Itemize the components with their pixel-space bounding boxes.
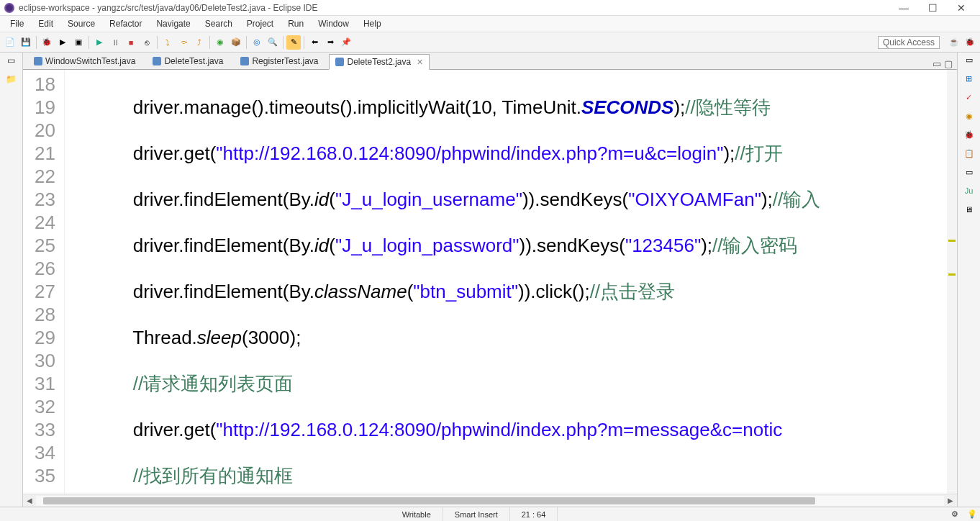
run-button[interactable]: ▶ (55, 35, 70, 50)
disconnect-icon[interactable]: ⎋ (140, 35, 154, 50)
save-button[interactable]: 💾 (19, 35, 33, 50)
status-cursor-position: 21 : 64 (510, 507, 558, 521)
outline-icon[interactable]: ⊞ (962, 74, 976, 87)
terminate-icon[interactable]: ■ (124, 35, 138, 50)
step-into-icon[interactable]: ⤵ (160, 35, 175, 50)
close-button[interactable]: ✕ (947, 2, 976, 14)
scroll-right-icon[interactable]: ▶ (944, 497, 957, 504)
status-bar: Writable Smart Insert 21 : 64 ⚙ 💡 (0, 507, 980, 521)
perspective-java-icon[interactable]: ☕ (947, 35, 961, 50)
horizontal-scrollbar[interactable]: ◀ ▶ (23, 494, 957, 507)
menu-refactor[interactable]: Refactor (102, 17, 149, 31)
status-insert-mode: Smart Insert (443, 507, 510, 521)
maximize-button[interactable]: ☐ (918, 2, 947, 14)
window-title: eclipse-workspace - yangzc/src/test/java… (19, 3, 889, 13)
right-trim: ▭ ⊞ ✓ ◉ 🐞 📋 ▭ Ju 🖥 (957, 53, 980, 507)
scroll-left-icon[interactable]: ◀ (23, 497, 36, 504)
menu-help[interactable]: Help (356, 17, 389, 31)
open-type-icon[interactable]: ◎ (250, 35, 264, 50)
java-file-icon (240, 57, 249, 65)
resume-icon[interactable]: ▶ (92, 35, 106, 50)
java-file-icon (34, 57, 42, 65)
tab-deletetest[interactable]: DeleteTest.java (146, 53, 230, 69)
overview-ruler[interactable] (947, 70, 957, 494)
status-writable: Writable (391, 507, 443, 521)
breakpoints-icon[interactable]: ◉ (962, 112, 976, 124)
tab-deletetest2[interactable]: DeleteTest2.java✕ (329, 54, 430, 70)
task-list-icon[interactable]: ✓ (962, 93, 976, 106)
step-return-icon[interactable]: ⤴ (192, 35, 207, 50)
menu-source[interactable]: Source (60, 17, 102, 31)
new-button[interactable]: 📄 (3, 35, 17, 50)
left-trim: ▭ 📁 (0, 53, 23, 507)
package-explorer-icon[interactable]: 📁 (5, 74, 18, 87)
menu-project[interactable]: Project (240, 17, 281, 31)
menu-file[interactable]: File (3, 17, 31, 31)
menu-window[interactable]: Window (311, 17, 356, 31)
variables-icon[interactable]: 📋 (962, 149, 976, 162)
toggle-mark-icon[interactable]: ✎ (286, 35, 301, 50)
build-status-icon[interactable]: ⚙ (951, 509, 961, 520)
menu-run[interactable]: Run (281, 17, 311, 31)
menu-bar: File Edit Source Refactor Navigate Searc… (0, 16, 980, 32)
expressions-icon[interactable]: 🐞 (962, 130, 976, 143)
junit-icon[interactable]: Ju (962, 186, 976, 199)
nav-prev-icon[interactable]: ⬅ (307, 35, 322, 50)
code-editor[interactable]: 181920212223242526272829303132333435 dri… (23, 70, 957, 494)
menu-search[interactable]: Search (198, 17, 240, 31)
coverage-button[interactable]: ▣ (71, 35, 86, 50)
debug-button[interactable]: 🐞 (40, 35, 54, 50)
tip-icon[interactable]: 💡 (967, 509, 977, 520)
console-icon[interactable]: 🖥 (962, 205, 976, 218)
code-area[interactable]: driver.manage().timeouts().implicitlyWai… (65, 70, 957, 494)
close-tab-icon[interactable]: ✕ (417, 58, 423, 67)
pin-icon[interactable]: 📌 (339, 35, 353, 50)
tab-windowswitchtest[interactable]: WindowSwitchTest.java (27, 53, 142, 69)
new-package-icon[interactable]: 📦 (229, 35, 243, 50)
nav-next-icon[interactable]: ➡ (323, 35, 337, 50)
scroll-thumb[interactable] (43, 497, 815, 504)
quick-access[interactable]: Quick Access (878, 36, 940, 49)
toolbar: 📄 💾 🐞 ▶ ▣ ▶ ⏸ ■ ⎋ ⤵ ⤼ ⤴ ◉ 📦 ◎ 🔍 ✎ ⬅ ➡ 📌 … (0, 32, 980, 53)
minimize-editor-icon[interactable]: ▭ (933, 58, 941, 69)
menu-navigate[interactable]: Navigate (149, 17, 197, 31)
editor-tabs: WindowSwitchTest.java DeleteTest.java Re… (23, 53, 957, 70)
restore2-icon[interactable]: ▭ (962, 168, 976, 181)
menu-edit[interactable]: Edit (31, 17, 60, 31)
java-file-icon (153, 57, 161, 65)
restore-icon[interactable]: ▭ (5, 55, 18, 68)
java-file-icon (335, 58, 344, 66)
maximize-editor-icon[interactable]: ▢ (944, 58, 953, 69)
search-icon[interactable]: 🔍 (266, 35, 280, 50)
suspend-icon[interactable]: ⏸ (108, 35, 122, 50)
perspective-debug-icon[interactable]: 🐞 (963, 35, 977, 50)
minimize-button[interactable]: — (889, 2, 918, 14)
eclipse-icon (4, 3, 14, 13)
restore-right-icon[interactable]: ▭ (962, 55, 976, 68)
line-gutter: 181920212223242526272829303132333435 (23, 70, 65, 494)
step-over-icon[interactable]: ⤼ (176, 35, 191, 50)
new-class-icon[interactable]: ◉ (213, 35, 227, 50)
tab-registertest[interactable]: RegisterTest.java (234, 53, 325, 69)
title-bar: eclipse-workspace - yangzc/src/test/java… (0, 0, 980, 16)
